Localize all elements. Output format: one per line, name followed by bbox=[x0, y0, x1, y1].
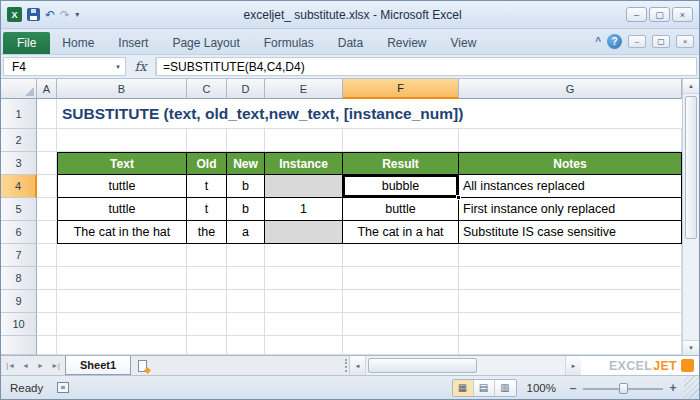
tab-scrollbar-splitter[interactable] bbox=[345, 359, 347, 372]
cell-C-partial[interactable] bbox=[187, 336, 227, 355]
row-header-2[interactable]: 2 bbox=[1, 129, 37, 152]
prev-sheet-icon[interactable]: ◄ bbox=[19, 362, 32, 369]
name-box-dropdown-icon[interactable]: ▾ bbox=[111, 57, 126, 76]
horizontal-scroll-thumb[interactable] bbox=[368, 358, 477, 373]
row-header-6[interactable]: 6 bbox=[1, 221, 37, 244]
cell-F5[interactable]: buttle bbox=[343, 198, 459, 221]
tab-formulas[interactable]: Formulas bbox=[252, 32, 326, 54]
cell-F-partial[interactable] bbox=[343, 336, 459, 355]
resize-grip[interactable] bbox=[684, 376, 699, 399]
cell-D-partial[interactable] bbox=[227, 336, 265, 355]
cell-C4[interactable]: t bbox=[187, 175, 227, 198]
cell-C2[interactable] bbox=[187, 129, 227, 152]
page-layout-view-icon[interactable]: ▤ bbox=[474, 380, 495, 396]
row-header-4[interactable]: 4 bbox=[1, 175, 37, 198]
first-sheet-icon[interactable]: |◄ bbox=[4, 362, 17, 369]
column-header-B[interactable]: B bbox=[57, 79, 187, 99]
cell-C9[interactable] bbox=[187, 290, 227, 313]
tab-data[interactable]: Data bbox=[326, 32, 375, 54]
next-sheet-icon[interactable]: ► bbox=[34, 362, 47, 369]
tab-home[interactable]: Home bbox=[50, 32, 106, 54]
cell-E10[interactable] bbox=[265, 313, 343, 336]
row-header-8[interactable]: 8 bbox=[1, 267, 37, 290]
formula-input[interactable]: =SUBSTITUTE(B4,C4,D4) bbox=[156, 57, 697, 76]
scroll-up-icon[interactable]: ▲ bbox=[683, 79, 699, 94]
column-header-A[interactable]: A bbox=[37, 79, 57, 99]
zoom-out-icon[interactable]: – bbox=[566, 381, 580, 395]
horizontal-scroll-track[interactable] bbox=[366, 356, 565, 375]
excel-app-icon[interactable]: X bbox=[7, 7, 22, 22]
cell-D8[interactable] bbox=[227, 267, 265, 290]
row-header-partial[interactable] bbox=[1, 336, 37, 355]
cell-A2[interactable] bbox=[37, 129, 57, 152]
row-header-7[interactable]: 7 bbox=[1, 244, 37, 267]
last-sheet-icon[interactable]: ►| bbox=[49, 362, 62, 369]
fill-handle[interactable] bbox=[456, 195, 461, 200]
cell-E2[interactable] bbox=[265, 129, 343, 152]
cell-E7[interactable] bbox=[265, 244, 343, 267]
cell-E6[interactable] bbox=[265, 221, 343, 244]
cell-E9[interactable] bbox=[265, 290, 343, 313]
cell-B10[interactable] bbox=[57, 313, 187, 336]
cell-D2[interactable] bbox=[227, 129, 265, 152]
cell-A4[interactable] bbox=[37, 175, 57, 198]
vertical-scroll-track[interactable] bbox=[683, 94, 699, 340]
macro-record-icon[interactable] bbox=[57, 382, 69, 393]
row-header-10[interactable]: 10 bbox=[1, 313, 37, 336]
cell-B6[interactable]: The cat in the hat bbox=[57, 221, 187, 244]
cell-G6[interactable]: Substitute IS case sensitive bbox=[459, 221, 682, 244]
cell-D3[interactable]: New bbox=[227, 152, 265, 175]
cell-G9[interactable] bbox=[459, 290, 682, 313]
row-header-1[interactable]: 1 bbox=[1, 99, 37, 129]
cell-E8[interactable] bbox=[265, 267, 343, 290]
cell-B-partial[interactable] bbox=[57, 336, 187, 355]
cell-G3[interactable]: Notes bbox=[459, 152, 682, 175]
workbook-restore-button[interactable]: ▢ bbox=[652, 35, 670, 48]
cell-B3[interactable]: Text bbox=[57, 152, 187, 175]
cell-F4-active[interactable]: bubble bbox=[343, 175, 459, 198]
cell-A-partial[interactable] bbox=[37, 336, 57, 355]
tab-review[interactable]: Review bbox=[375, 32, 438, 54]
workbook-minimize-button[interactable]: – bbox=[628, 35, 646, 48]
cell-E5[interactable]: 1 bbox=[265, 198, 343, 221]
cell-E-partial[interactable] bbox=[265, 336, 343, 355]
cell-B4[interactable]: tuttle bbox=[57, 175, 187, 198]
zoom-in-icon[interactable]: + bbox=[666, 381, 680, 395]
cell-C3[interactable]: Old bbox=[187, 152, 227, 175]
close-button[interactable]: × bbox=[672, 7, 693, 22]
cell-B1-title[interactable]: SUBSTITUTE (text, old_text,new_text, [in… bbox=[57, 99, 682, 129]
horizontal-scrollbar[interactable]: ◄ ► bbox=[349, 356, 581, 375]
cell-A10[interactable] bbox=[37, 313, 57, 336]
cell-F9[interactable] bbox=[343, 290, 459, 313]
cell-G4[interactable]: All instances replaced bbox=[459, 175, 682, 198]
cell-G7[interactable] bbox=[459, 244, 682, 267]
help-icon[interactable]: ? bbox=[607, 34, 622, 49]
insert-worksheet-icon[interactable] bbox=[131, 356, 153, 375]
row-header-5[interactable]: 5 bbox=[1, 198, 37, 221]
cell-F10[interactable] bbox=[343, 313, 459, 336]
cell-F8[interactable] bbox=[343, 267, 459, 290]
tab-insert[interactable]: Insert bbox=[106, 32, 160, 54]
cell-D7[interactable] bbox=[227, 244, 265, 267]
insert-function-icon[interactable]: fx bbox=[126, 57, 156, 76]
cell-E4[interactable] bbox=[265, 175, 343, 198]
column-header-F[interactable]: F bbox=[343, 79, 459, 99]
cell-F6[interactable]: The cat in a hat bbox=[343, 221, 459, 244]
row-header-3[interactable]: 3 bbox=[1, 152, 37, 175]
vertical-scrollbar[interactable]: ▲ ▼ bbox=[682, 79, 699, 355]
column-header-D[interactable]: D bbox=[227, 79, 265, 99]
cell-F3[interactable]: Result bbox=[343, 152, 459, 175]
cell-C8[interactable] bbox=[187, 267, 227, 290]
undo-icon[interactable]: ↶ bbox=[45, 9, 55, 21]
cell-B7[interactable] bbox=[57, 244, 187, 267]
vertical-scroll-thumb[interactable] bbox=[685, 96, 697, 239]
zoom-slider-thumb[interactable] bbox=[619, 383, 628, 394]
cell-G2[interactable] bbox=[459, 129, 682, 152]
workbook-close-button[interactable]: × bbox=[676, 35, 694, 48]
tab-view[interactable]: View bbox=[439, 32, 489, 54]
column-header-C[interactable]: C bbox=[187, 79, 227, 99]
cell-A8[interactable] bbox=[37, 267, 57, 290]
scroll-left-icon[interactable]: ◄ bbox=[350, 356, 366, 375]
cell-D9[interactable] bbox=[227, 290, 265, 313]
cell-D6[interactable]: a bbox=[227, 221, 265, 244]
